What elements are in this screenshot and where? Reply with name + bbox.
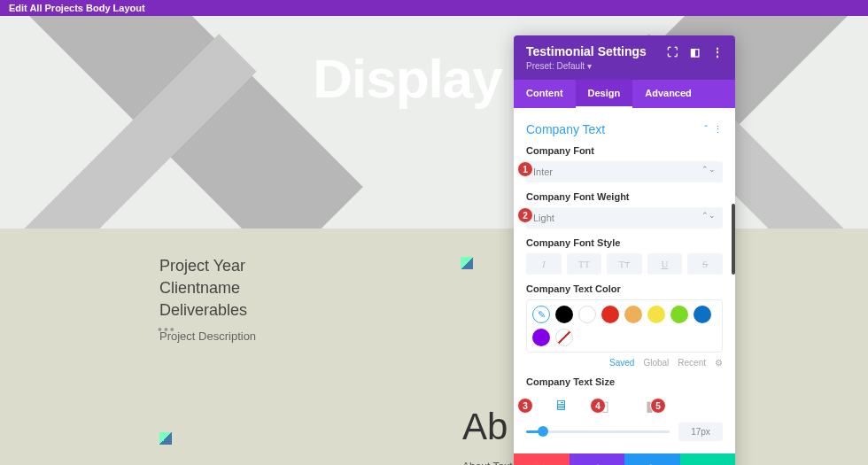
- uppercase-button[interactable]: TT: [567, 253, 602, 275]
- eyedropper-icon[interactable]: ✎: [532, 306, 550, 323]
- snap-icon[interactable]: ◧: [690, 46, 700, 58]
- color-swatch[interactable]: [578, 306, 596, 323]
- spacing-label: Company Letter Spacing: [526, 452, 723, 453]
- color-swatch[interactable]: [624, 306, 642, 323]
- panel-footer: ✕ ↶ ↷ ✓: [514, 453, 735, 465]
- global-tab[interactable]: Global: [643, 358, 669, 368]
- saved-tab[interactable]: Saved: [609, 358, 634, 368]
- color-swatch[interactable]: [555, 306, 573, 323]
- size-value[interactable]: [678, 422, 723, 441]
- about-text: About Text: [462, 461, 512, 465]
- save-button[interactable]: ✓: [680, 453, 736, 465]
- color-swatch[interactable]: [601, 306, 619, 323]
- annotation-badge: 1: [517, 161, 533, 177]
- scrollbar[interactable]: [732, 204, 735, 275]
- style-label: Company Font Style: [526, 237, 723, 248]
- gear-icon[interactable]: ⚙: [715, 358, 723, 368]
- redo-button[interactable]: ↷: [624, 453, 680, 465]
- weight-select[interactable]: [526, 207, 723, 229]
- broken-image-icon: [461, 257, 473, 269]
- preset-selector[interactable]: Preset: Default ▾: [526, 61, 723, 71]
- panel-content: Company Text ˆ ⋮ 1 Company Font 2 Compan…: [514, 108, 735, 453]
- underline-button[interactable]: U: [647, 253, 683, 275]
- annotation-badge: 2: [517, 207, 533, 223]
- module-handle-icon[interactable]: •••: [158, 322, 176, 337]
- section-title[interactable]: Company Text: [526, 122, 605, 136]
- font-label: Company Font: [526, 145, 723, 156]
- settings-panel: Testimonial Settings ⛶ ◧ ⋮ Preset: Defau…: [514, 35, 735, 465]
- italic-button[interactable]: I: [526, 253, 562, 275]
- desktop-icon[interactable]: 🖥: [553, 398, 569, 414]
- more-icon[interactable]: ⋮: [712, 46, 723, 58]
- tab-design[interactable]: Design: [576, 80, 633, 108]
- tab-content[interactable]: Content: [514, 80, 576, 108]
- font-select[interactable]: [526, 161, 723, 182]
- top-bar: Edit All Projects Body Layout: [0, 0, 868, 16]
- color-swatch[interactable]: [670, 306, 688, 323]
- panel-header: Testimonial Settings ⛶ ◧ ⋮ Preset: Defau…: [514, 35, 735, 80]
- page-canvas: Display H Project Year Clientname Delive…: [0, 16, 868, 465]
- color-none[interactable]: [555, 329, 573, 346]
- panel-title: Testimonial Settings: [526, 44, 647, 58]
- smallcaps-button[interactable]: Tᴛ: [607, 253, 642, 275]
- color-swatches: ✎: [526, 299, 723, 353]
- size-label: Company Text Size: [526, 376, 723, 387]
- strike-button[interactable]: S: [687, 253, 723, 275]
- color-label: Company Text Color: [526, 283, 723, 294]
- about-heading: Ab: [462, 406, 508, 448]
- color-swatch[interactable]: [647, 306, 665, 323]
- recent-tab[interactable]: Recent: [678, 358, 706, 368]
- section-controls[interactable]: ˆ ⋮: [704, 124, 723, 136]
- undo-button[interactable]: ↶: [570, 453, 625, 465]
- size-slider[interactable]: [526, 430, 670, 433]
- body-section: Project Year Clientname Deliverables Pro…: [0, 229, 868, 465]
- tab-advanced[interactable]: Advanced: [632, 80, 704, 108]
- color-swatch[interactable]: [694, 306, 711, 323]
- color-swatch[interactable]: [532, 329, 550, 346]
- annotation-badge: 3: [517, 398, 533, 414]
- broken-image-icon: [159, 432, 172, 445]
- weight-label: Company Font Weight: [526, 191, 723, 202]
- hero-section: Display H: [0, 16, 868, 229]
- annotation-badge: 5: [650, 398, 666, 414]
- close-button[interactable]: ✕: [514, 453, 570, 465]
- annotation-badge: 4: [590, 398, 606, 414]
- expand-icon[interactable]: ⛶: [667, 46, 678, 58]
- panel-tabs: Content Design Advanced: [514, 80, 735, 108]
